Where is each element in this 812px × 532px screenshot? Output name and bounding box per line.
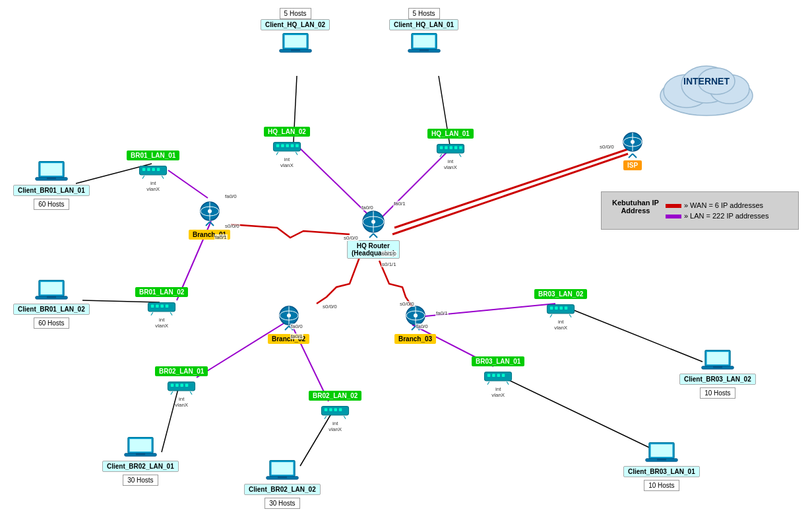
client-hq-lan01: 5 Hosts Client_HQ_LAN_01: [389, 7, 458, 57]
svg-rect-80: [166, 305, 168, 308]
svg-point-38: [208, 209, 212, 213]
svg-line-109: [550, 314, 552, 317]
svg-rect-101: [502, 374, 505, 377]
svg-rect-128: [129, 439, 151, 451]
svg-rect-107: [560, 307, 563, 310]
br02-s000-label: s0/0/0: [322, 304, 338, 310]
svg-rect-140: [706, 352, 728, 364]
svg-rect-114: [420, 50, 429, 51]
svg-rect-134: [278, 477, 287, 479]
client-hq-lan01-hosts-label: 5 Hosts: [408, 8, 440, 19]
br01-lan02-switch: BR01_LAN_02 intvlanX: [135, 287, 188, 329]
svg-line-34: [373, 234, 377, 238]
svg-line-95: [325, 416, 327, 418]
svg-rect-85: [175, 384, 178, 387]
client-br03-lan01-label: Client_BR03_LAN_01: [623, 466, 700, 477]
svg-rect-87: [185, 384, 188, 387]
client-br03-lan02-label: Client_BR03_LAN_02: [679, 374, 756, 385]
client-br02-lan01: Client_BR02_LAN_01 30 Hosts: [102, 436, 179, 486]
svg-rect-77: [151, 305, 154, 308]
hq-lan01-switch: HQ_LAN_01 intvlanX: [427, 129, 474, 170]
svg-rect-86: [181, 384, 183, 387]
client-br03-lan02-hosts: 10 Hosts: [700, 387, 735, 399]
client-br01-lan02: Client_BR01_LAN_02 60 Hosts: [13, 279, 90, 329]
isp-s000-label: s0/0/0: [599, 144, 615, 150]
svg-rect-132: [271, 462, 293, 475]
hq-lan01-int: intvlanX: [444, 158, 457, 170]
svg-rect-70: [142, 168, 145, 171]
br01-fa00-label: fa0/0: [224, 193, 237, 199]
client-br02-lan02: Client_BR02_LAN_02 30 Hosts: [244, 459, 321, 509]
svg-rect-84: [171, 384, 173, 387]
client-hq-lan01-label: Client_HQ_LAN_01: [389, 19, 458, 30]
br03-fa01-label: fa0/1: [435, 310, 449, 316]
br02-fa01-label: fa0/1: [290, 333, 303, 339]
client-br01-lan01: Client_BR01_LAN_01 60 Hosts: [13, 160, 90, 210]
svg-rect-91: [325, 409, 327, 411]
svg-line-68: [296, 152, 297, 154]
svg-rect-116: [284, 35, 306, 48]
hq-fa00-label: fa0/0: [361, 205, 374, 211]
svg-rect-79: [161, 305, 164, 308]
isp-label: ISP: [623, 160, 642, 170]
svg-point-32: [371, 220, 375, 224]
br03-lan01-switch: BR03_LAN_01 intvlanX: [472, 356, 524, 398]
br01-fa01-label: fa0/1: [214, 234, 228, 240]
br01-lan01-switch: BR01_LAN_01 intvlanX: [127, 150, 179, 192]
hq-s011-label: s0/1/1: [381, 261, 397, 267]
hq-fa01-label: fa0/1: [393, 201, 406, 207]
internet-label: INTERNET: [654, 76, 759, 86]
svg-point-28: [631, 140, 635, 144]
svg-line-75: [162, 176, 164, 178]
svg-line-26: [629, 154, 633, 158]
internet-cloud: INTERNET: [654, 53, 759, 120]
svg-line-27: [633, 154, 637, 158]
svg-rect-138: [657, 459, 666, 461]
hq-lan02-label: HQ_LAN_02: [264, 127, 310, 137]
br01-lan02-int: intvlanX: [155, 317, 168, 329]
client-br03-lan01: Client_BR03_LAN_01 10 Hosts: [623, 441, 700, 491]
client-br02-lan02-label: Client_BR02_LAN_02: [244, 484, 321, 495]
svg-rect-63: [281, 145, 284, 147]
svg-rect-55: [445, 147, 447, 149]
br02-lan01-label: BR02_LAN_01: [155, 366, 208, 376]
svg-rect-94: [339, 409, 342, 411]
br01-lan01-int: intvlanX: [146, 180, 160, 192]
svg-rect-106: [555, 307, 557, 310]
client-hq-lan02: 5 Hosts Client_HQ_LAN_02: [261, 7, 330, 57]
legend-title: Kebutuhan IPAddress: [612, 199, 659, 215]
svg-line-102: [487, 382, 489, 384]
client-br01-lan01-hosts: 60 Hosts: [34, 199, 69, 210]
svg-rect-54: [440, 147, 443, 149]
svg-rect-118: [291, 50, 300, 51]
svg-rect-130: [136, 453, 145, 455]
svg-point-44: [287, 314, 291, 317]
svg-rect-66: [296, 145, 298, 147]
client-br03-lan01-hosts: 10 Hosts: [644, 480, 679, 491]
client-br01-lan02-hosts: 60 Hosts: [34, 317, 69, 329]
svg-rect-64: [286, 145, 288, 147]
svg-rect-126: [47, 296, 56, 298]
svg-rect-112: [413, 35, 435, 48]
br03-lan02-label: BR03_LAN_02: [534, 289, 587, 299]
svg-line-74: [142, 176, 144, 178]
svg-line-40: [210, 222, 214, 226]
client-hq-lan02-label: Client_HQ_LAN_02: [261, 19, 330, 30]
branch03-label: Branch_03: [394, 334, 436, 344]
svg-line-39: [206, 222, 210, 226]
hq-lan02-int: intvlanX: [280, 156, 294, 168]
svg-rect-136: [650, 444, 672, 457]
svg-rect-99: [492, 374, 495, 377]
br03-s000-label: s0/0/0: [399, 301, 415, 307]
hq-s000-label: s0/0/0: [343, 235, 359, 241]
svg-point-50: [414, 314, 418, 317]
network-diagram: INTERNET ISP HQ Router(Headquarter) Bran…: [0, 0, 812, 532]
svg-line-60: [459, 154, 461, 156]
client-hq-lan02-hosts-label: 5 Hosts: [280, 8, 311, 19]
svg-line-103: [507, 382, 509, 384]
svg-rect-105: [550, 307, 553, 310]
svg-line-110: [569, 314, 571, 317]
svg-line-51: [412, 326, 416, 330]
br01-s000-label: s0/0/0: [224, 223, 240, 229]
svg-rect-143: [666, 204, 681, 208]
